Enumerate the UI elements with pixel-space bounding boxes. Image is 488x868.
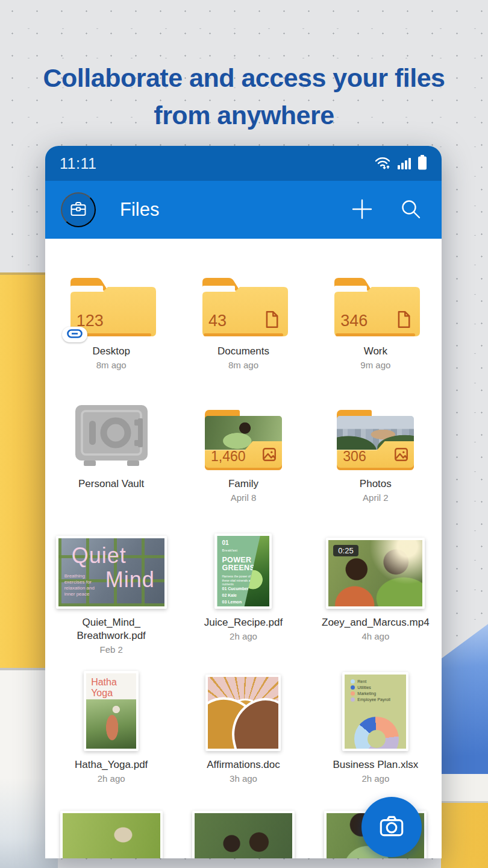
legend-label: Employee Payroll — [357, 697, 390, 702]
item-name: Business Plan.xlsx — [333, 758, 418, 772]
item-name: Photos — [360, 477, 392, 491]
item-name: Personal Vault — [78, 477, 144, 491]
item-name: Zoey_and_Marcus.mp4 — [322, 616, 430, 629]
video-duration-badge: 0:25 — [333, 545, 358, 556]
grid-row-4: Hatha Yoga Hatha_Yoga.pdf 2h ago — [45, 671, 442, 785]
item-name: Family — [228, 477, 258, 491]
item-meta: 4h ago — [361, 631, 389, 643]
plus-icon — [351, 198, 373, 222]
file-grid: 123 Desktop 8m ago — [45, 239, 442, 858]
status-bar: 11:11 — [45, 146, 442, 181]
image-icon — [393, 447, 409, 465]
tile-file-quiet-mind[interactable]: Quiet Mind Breathing exercises for relax… — [45, 533, 177, 656]
donut-chart — [354, 717, 399, 749]
thumb-caption: Breathing exercises for relaxation and i… — [64, 573, 99, 597]
shared-link-badge — [62, 327, 87, 342]
search-icon — [401, 199, 421, 221]
folder-icon: 346 — [331, 275, 420, 338]
folder-item-count: 306 — [343, 448, 366, 465]
vault-safe-icon — [69, 405, 154, 470]
folder-item-count: 1,460 — [211, 448, 246, 465]
item-name: Quiet_Mind_ Breathwork.pdf — [77, 616, 145, 643]
item-meta: 2h ago — [98, 773, 125, 785]
page-title: Files — [120, 199, 324, 221]
item-meta: 2h ago — [230, 631, 257, 643]
tile-folder-documents[interactable]: 43 Documents 8m ago — [177, 274, 309, 371]
thumb-title: Mind — [105, 567, 155, 593]
document-icon — [263, 310, 280, 331]
item-meta: April 8 — [231, 492, 257, 504]
grid-row-1: 123 Desktop 8m ago — [45, 274, 442, 371]
thumb-title: Hatha Yoga — [91, 677, 117, 699]
item-name: Documents — [217, 345, 269, 358]
add-button[interactable] — [351, 198, 373, 222]
item-meta: 8m ago — [228, 359, 258, 371]
backdrop-white-strip-right — [441, 774, 488, 803]
legend-label: Utilities — [357, 685, 371, 690]
folder-icon: 123 — [67, 275, 156, 338]
chart-legend: Rent Utilities Marketing Employee Payrol… — [351, 679, 406, 702]
tile-personal-vault[interactable]: Personal Vault — [45, 407, 177, 504]
tile-folder-desktop[interactable]: 123 Desktop 8m ago — [45, 274, 177, 371]
photo-folder-icon: 306 — [336, 410, 415, 470]
image-icon — [261, 447, 277, 465]
backdrop-yellow-paper-right — [441, 803, 488, 868]
item-meta: April 2 — [363, 492, 389, 504]
link-icon — [67, 329, 83, 341]
camera-icon — [377, 811, 407, 843]
file-thumbnail — [205, 675, 281, 751]
tile-file-hatha-yoga[interactable]: Hatha Yoga Hatha_Yoga.pdf 2h ago — [45, 671, 177, 785]
folder-icon: 43 — [199, 275, 288, 338]
phone-mockup: 11:11 — [45, 146, 442, 858]
item-name: Desktop — [92, 345, 130, 358]
item-name: Juice_Recipe.pdf — [204, 616, 283, 629]
photo-thumbnail — [60, 811, 163, 858]
battery-icon — [418, 155, 427, 172]
item-meta: 9m ago — [360, 359, 390, 371]
grid-row-2: Personal Vault 1,460 — [45, 407, 442, 504]
item-meta: Feb 2 — [99, 644, 122, 656]
folder-item-count: 43 — [208, 312, 227, 330]
tile-folder-family[interactable]: 1,460 Family April 8 — [177, 407, 309, 504]
item-name: Work — [364, 345, 387, 358]
video-thumbnail: 0:25 — [326, 538, 425, 609]
photo-thumbnail — [192, 811, 295, 858]
item-name: Hatha_Yoga.pdf — [75, 758, 148, 772]
tile-video-zoey-and-marcus[interactable]: 0:25 Zoey_and_Marcus.mp4 4h ago — [310, 533, 442, 656]
clock: 11:11 — [60, 155, 96, 172]
photo-folder-icon: 1,460 — [204, 410, 283, 470]
item-name: Affirmations.doc — [207, 758, 280, 772]
tile-photo[interactable] — [45, 811, 177, 858]
item-meta: 8m ago — [96, 359, 127, 371]
tile-file-affirmations[interactable]: Affirmations.doc 3h ago — [177, 671, 309, 785]
camera-fab-button[interactable] — [361, 797, 422, 857]
tile-photo[interactable] — [177, 811, 309, 858]
app-bar: Files — [45, 181, 442, 239]
cellular-signal-icon — [398, 157, 412, 172]
marketing-headline: Collaborate and access your files from a… — [0, 59, 488, 134]
search-button[interactable] — [401, 199, 421, 221]
legend-label: Rent — [357, 679, 366, 684]
tile-folder-photos[interactable]: 306 Photos April 2 — [310, 407, 442, 504]
item-meta: 3h ago — [230, 773, 257, 785]
file-thumbnail: Rent Utilities Marketing Employee Payrol… — [342, 672, 408, 751]
account-briefcase-button[interactable] — [61, 192, 96, 227]
tile-file-juice-recipe[interactable]: 01 Breakfast POWER GREENS Harness the po… — [177, 533, 309, 656]
tile-file-business-plan[interactable]: Rent Utilities Marketing Employee Payrol… — [310, 671, 442, 785]
document-icon — [395, 310, 412, 331]
file-thumbnail: 01 Breakfast POWER GREENS Harness the po… — [214, 533, 272, 609]
item-meta: 2h ago — [361, 773, 389, 785]
wifi-icon — [374, 156, 392, 172]
tile-folder-work[interactable]: 346 Work 9m ago — [310, 274, 442, 371]
briefcase-icon — [69, 200, 88, 221]
file-thumbnail: Quiet Mind Breathing exercises for relax… — [56, 536, 167, 609]
folder-item-count: 346 — [340, 312, 368, 330]
thumb-title: Quiet — [72, 543, 127, 568]
legend-label: Marketing — [357, 691, 376, 696]
grid-row-3: Quiet Mind Breathing exercises for relax… — [45, 533, 442, 656]
file-thumbnail: Hatha Yoga — [84, 671, 139, 751]
